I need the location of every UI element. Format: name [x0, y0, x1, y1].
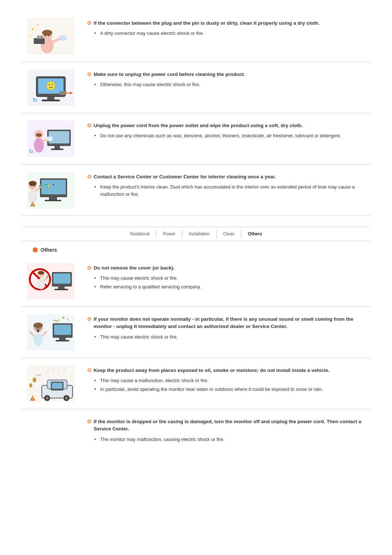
- svg-rect-67: [58, 287, 65, 289]
- sub-item-3-1: Do not use any chemicals such as wax, be…: [94, 132, 370, 139]
- sub-item-1-1: A dirty connector may cause electric sho…: [94, 30, 370, 37]
- tab-notational[interactable]: Notational: [123, 230, 156, 238]
- section-clean-3: ↻ ⊙ Unplug the power cord from the power…: [22, 113, 370, 165]
- bullet-icon-others-4: ⊙: [87, 418, 91, 424]
- svg-point-49: [29, 181, 37, 186]
- sub-item-4-1: Keep the product's interior clean. Dust …: [94, 183, 370, 198]
- sub-list-others-3: This may cause a malfunction, electric s…: [94, 377, 370, 393]
- svg-point-22: [46, 81, 55, 90]
- section-image-others-2: ✦ ✦ ✦: [22, 314, 80, 351]
- svg-rect-66: [53, 274, 70, 284]
- section-image-1: ✦ ✦ ✦: [22, 18, 80, 54]
- tab-clean[interactable]: Clean: [217, 230, 241, 238]
- section-clean-4: ! ⊙ Contact a Service Center or Customer…: [22, 165, 370, 216]
- sub-item-others-1-2: Refer servicing to a qualified servicing…: [94, 283, 370, 291]
- svg-point-3: [42, 30, 52, 36]
- section-title-3: ⊙ Unplug the power cord from the power o…: [87, 122, 370, 129]
- others-header-label: Others: [41, 247, 57, 253]
- section-content-others-4: ⊙ If the monitor is dropped or the casin…: [87, 417, 370, 444]
- illustration-1: ✦ ✦ ✦: [27, 18, 74, 54]
- svg-text:✦: ✦: [56, 317, 61, 323]
- illustration-others-2: ✦ ✦ ✦: [27, 314, 74, 351]
- svg-point-52: [28, 190, 37, 203]
- sub-list-others-4: The monitor may malfunction, causing ele…: [94, 436, 370, 443]
- section-others-1: ⊙ Do not remove the cover (or back). Thi…: [22, 256, 370, 307]
- svg-text:✦: ✦: [31, 27, 34, 32]
- svg-point-71: [33, 323, 43, 328]
- svg-rect-41: [41, 180, 66, 194]
- svg-rect-83: [56, 340, 69, 341]
- svg-rect-18: [42, 100, 60, 101]
- svg-point-23: [49, 84, 50, 85]
- svg-point-103: [29, 383, 32, 388]
- sub-item-others-1-1: This may cause electric shock or fire.: [94, 275, 370, 282]
- svg-point-4: [45, 35, 46, 36]
- section-content-4: ⊙ Contact a Service Center or Customer C…: [87, 172, 370, 199]
- svg-rect-30: [51, 149, 64, 150]
- svg-text:↻: ↻: [29, 149, 33, 154]
- section-title-others-1: ⊙ Do not remove the cover (or back).: [87, 264, 370, 272]
- svg-point-75: [40, 328, 41, 329]
- section-content-1: ⊙ If the connector between the plug and …: [87, 18, 370, 39]
- svg-text:!: !: [32, 202, 33, 206]
- svg-point-34: [40, 134, 41, 135]
- svg-point-32: [36, 133, 42, 137]
- sub-item-2-1: Otherwise, this may cause electric shock…: [94, 81, 370, 88]
- bullet-icon-3: ⊙: [87, 122, 91, 128]
- bullet-icon-others-3: ⊙: [87, 367, 91, 373]
- bullet-icon-others-2: ⊙: [87, 316, 91, 322]
- svg-point-50: [31, 185, 32, 186]
- nav-tabs: Notational Power Installation Clean Othe…: [22, 227, 370, 241]
- svg-rect-68: [54, 289, 68, 290]
- section-content-3: ⊙ Unplug the power cord from the power o…: [87, 121, 370, 141]
- page-container: ✦ ✦ ✦ ⊙ If the connector between the plu…: [0, 0, 392, 462]
- section-content-others-1: ⊙ Do not remove the cover (or back). Thi…: [87, 263, 370, 292]
- section-title-text-others-2: If your monitor does not operate normall…: [94, 316, 370, 331]
- tab-power[interactable]: Power: [156, 230, 182, 238]
- bullet-icon-4: ⊙: [87, 174, 91, 179]
- svg-rect-7: [60, 36, 66, 41]
- section-title-1: ⊙ If the connector between the plug and …: [87, 20, 370, 27]
- svg-point-24: [52, 84, 53, 85]
- illustration-others-3: !: [27, 365, 74, 402]
- illustration-2: ↻: [27, 69, 74, 106]
- sub-item-others-2-1: This may cause electric shock or fire.: [94, 333, 370, 341]
- tab-others[interactable]: Others: [241, 230, 269, 238]
- others-section-header: Others: [33, 247, 370, 253]
- section-title-2: ⊙ Make sure to unplug the power cord bef…: [87, 71, 370, 78]
- section-image-others-1: [22, 263, 80, 299]
- section-title-text-1: If the connector between the plug and th…: [94, 20, 319, 27]
- illustration-3: ↻: [27, 121, 74, 157]
- section-content-others-3: ⊙ Keep the product away from places expo…: [87, 365, 370, 394]
- svg-text:↻: ↻: [33, 97, 37, 103]
- others-sections: ⊙ Do not remove the cover (or back). Thi…: [22, 256, 370, 451]
- sub-list-1: A dirty connector may cause electric sho…: [94, 30, 370, 37]
- section-title-others-2: ⊙ If your monitor does not operate norma…: [87, 316, 370, 331]
- svg-point-46: [47, 185, 49, 187]
- sub-list-others-2: This may cause electric shock or fire.: [94, 333, 370, 341]
- section-title-text-others-4: If the monitor is dropped or the casing …: [94, 418, 370, 433]
- section-title-text-4: Contact a Service Center or Customer Cen…: [94, 173, 276, 181]
- svg-rect-82: [59, 338, 66, 340]
- svg-point-35: [34, 138, 44, 153]
- sub-item-others-4-1: The monitor may malfunction, causing ele…: [94, 436, 370, 443]
- svg-point-74: [36, 328, 37, 329]
- sub-list-2: Otherwise, this may cause electric shock…: [94, 81, 370, 88]
- svg-text:✦: ✦: [62, 315, 65, 320]
- bullet-icon-1: ⊙: [87, 20, 91, 26]
- section-title-text-others-1: Do not remove the cover (or back).: [94, 264, 175, 272]
- svg-rect-81: [54, 325, 71, 335]
- section-image-others-3: !: [22, 365, 80, 402]
- illustration-4: !: [27, 172, 74, 208]
- section-title-text-3: Unplug the power cord from the power out…: [94, 122, 303, 129]
- svg-point-61: [38, 271, 44, 275]
- clean-sections: ✦ ✦ ✦ ⊙ If the connector between the plu…: [22, 11, 370, 216]
- svg-rect-29: [54, 146, 60, 149]
- svg-text:✦: ✦: [36, 23, 39, 27]
- bullet-icon-others-1: ⊙: [87, 265, 91, 271]
- tab-installation[interactable]: Installation: [182, 230, 216, 238]
- svg-point-5: [48, 35, 50, 36]
- section-image-3: ↻: [22, 121, 80, 157]
- svg-point-77: [34, 333, 42, 346]
- svg-point-97: [65, 397, 68, 400]
